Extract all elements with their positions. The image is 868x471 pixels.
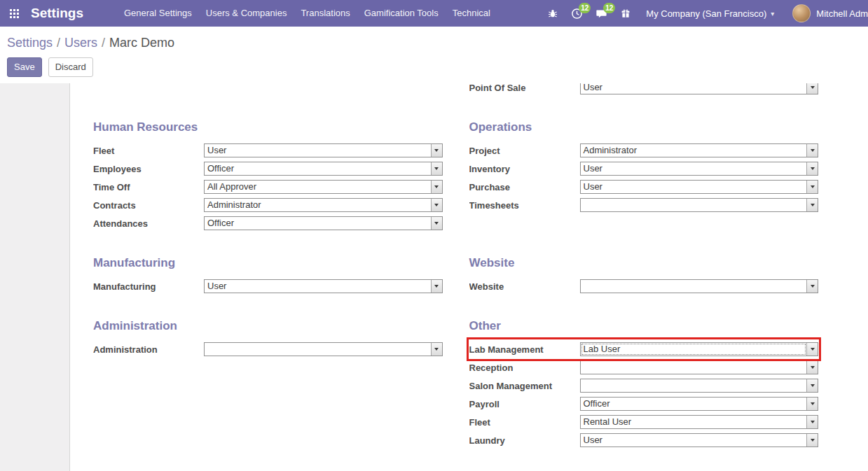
menu-users-companies[interactable]: Users & Companies [199,0,294,27]
fleet-select[interactable]: User [204,143,443,157]
field-label-contracts: Contracts [93,200,204,211]
field-row-time-off: Time OffAll Approver [93,178,443,196]
point-of-sale-select[interactable]: User [580,83,819,94]
field-row-lab-management: Lab ManagementLab User [469,340,819,358]
field-row-salon-management: Salon Management [469,377,819,395]
select-value: Rental User [581,416,807,428]
top-navbar: Settings General Settings Users & Compan… [0,0,868,27]
fleet-select[interactable]: Rental User [580,415,819,429]
field-label-point-of-sale: Point Of Sale [469,83,580,93]
employees-select[interactable]: Officer [204,162,443,176]
menu-technical[interactable]: Technical [446,0,497,27]
field-label-fleet: Fleet [93,146,204,156]
dropdown-arrow-icon [806,83,818,94]
field-row-laundry: LaundryUser [469,431,819,449]
reception-select[interactable] [580,360,819,374]
breadcrumb-settings[interactable]: Settings [7,36,53,50]
field-row-administration: Administration [93,340,443,358]
rewards-button[interactable] [614,0,638,27]
select-value: User [581,162,807,175]
select-value: User [205,280,431,293]
menu-translations[interactable]: Translations [294,0,357,27]
select-value: All Approver [205,181,431,193]
field-row-payroll: PayrollOfficer [469,395,819,413]
field-row-fleet: FleetRental User [469,413,819,431]
dropdown-arrow-icon [431,144,442,157]
field-row-timesheets: Timesheets [469,196,819,214]
field-label-manufacturing: Manufacturing [93,281,204,292]
field-row-attendances: AttendancesOfficer [93,214,443,232]
dropdown-arrow-icon [806,199,818,211]
field-label-attendances: Attendances [93,218,204,229]
discard-button[interactable]: Discard [48,57,93,77]
form-band: ManufacturingManufacturingUserWebsiteWeb… [70,256,868,295]
messages-button[interactable]: 12 [589,0,614,27]
field-row-website: Website [469,277,819,295]
dropdown-arrow-icon [431,217,442,230]
select-value: Administrator [581,144,807,157]
select-value: Officer [205,162,431,175]
dropdown-arrow-icon [806,144,818,157]
field-row-reception: Reception [469,358,819,377]
page-header: Settings/Users/Marc Demo Save Discard [0,27,868,83]
laundry-select[interactable]: User [580,433,819,447]
field-row-point-of-sale: Point Of SaleUser [469,83,819,97]
select-value [581,361,807,374]
form-column-right: WebsiteWebsite [469,256,819,295]
dropdown-arrow-icon [806,361,818,374]
breadcrumb-separator: / [102,36,105,50]
website-select[interactable] [580,279,819,293]
select-value [581,199,807,211]
section-title: Manufacturing [93,256,443,270]
field-row-inventory: InventoryUser [469,160,819,178]
administration-select[interactable] [204,342,443,356]
inventory-select[interactable]: User [580,162,819,176]
timesheets-select[interactable] [580,198,819,212]
field-label-employees: Employees [93,164,204,174]
form-column-left: ManufacturingManufacturingUser [93,256,443,295]
manufacturing-select[interactable]: User [204,279,443,293]
field-label-project: Project [469,146,580,156]
menu-general-settings[interactable]: General Settings [117,0,199,27]
field-label-inventory: Inventory [469,164,580,174]
dropdown-arrow-icon [806,162,818,175]
dropdown-arrow-icon [806,416,818,428]
chevron-down-icon: ▾ [771,10,774,17]
lab-management-select[interactable]: Lab User [580,342,819,356]
time-off-select[interactable]: All Approver [204,180,443,194]
breadcrumb: Settings/Users/Marc Demo [7,35,861,50]
activities-button[interactable]: 12 [565,0,589,27]
attendances-select[interactable]: Officer [204,216,443,230]
select-value: User [581,434,807,447]
contracts-select[interactable]: Administrator [204,198,443,212]
project-select[interactable]: Administrator [580,143,819,157]
form-sheet: Point Of SaleUserHuman ResourcesFleetUse… [70,83,868,471]
section-title: Other [469,319,819,333]
company-name: My Company (San Francisco) [646,8,766,19]
company-switcher[interactable]: My Company (San Francisco) ▾ [638,8,783,19]
select-value [581,379,807,392]
salon-management-select[interactable] [580,379,819,393]
breadcrumb-separator: / [57,36,60,50]
field-label-payroll: Payroll [469,399,580,409]
apps-menu-button[interactable] [4,0,24,27]
form-column-right: OtherLab ManagementLab UserReceptionSalo… [469,319,819,449]
payroll-select[interactable]: Officer [580,397,819,411]
field-label-administration: Administration [93,344,204,355]
user-menu[interactable]: Mitchell Adm [783,4,868,22]
menu-gamification-tools[interactable]: Gamification Tools [357,0,446,27]
select-value: User [581,83,807,94]
field-row-project: ProjectAdministrator [469,141,819,160]
debug-button[interactable] [541,0,565,27]
field-row-fleet: FleetUser [93,141,443,160]
purchase-select[interactable]: User [580,180,819,194]
bug-icon [547,8,558,19]
field-label-salon-management: Salon Management [469,381,580,391]
save-button[interactable]: Save [7,57,42,77]
select-value [581,280,807,293]
app-title[interactable]: Settings [31,6,83,21]
dropdown-arrow-icon [431,181,442,193]
dropdown-arrow-icon [431,280,442,293]
breadcrumb-users[interactable]: Users [64,36,97,50]
form-column-right: Point Of SaleUser [469,83,819,97]
